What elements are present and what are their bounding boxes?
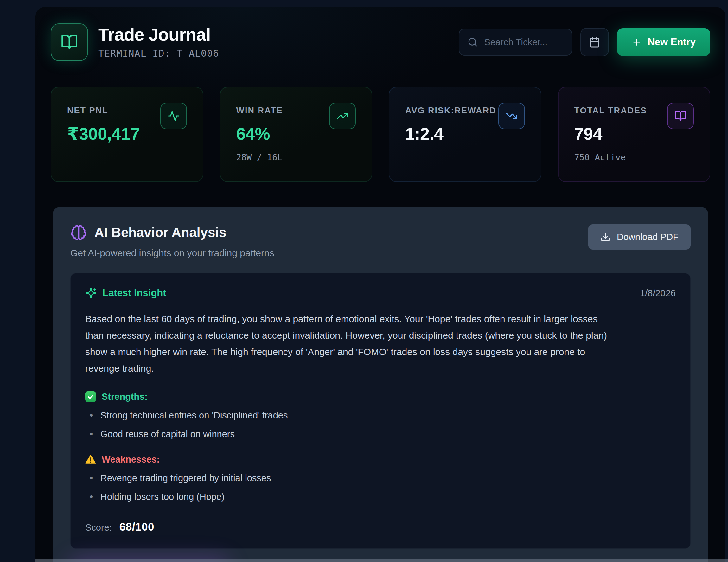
stat-icon-chip [667,103,694,129]
check-icon [85,391,96,402]
trending-up-icon [336,110,348,122]
download-icon [600,232,610,242]
list-item-text: Holding losers too long (Hope) [100,492,225,502]
stat-card-win-rate: WIN RATE 64% 28W / 16L [220,87,373,182]
stat-subtext: 28W / 16L [236,152,356,162]
search-input[interactable] [483,37,563,48]
ai-behavior-panel: AI Behavior Analysis Get AI-powered insi… [53,207,708,562]
ai-panel-title-row: AI Behavior Analysis [70,224,274,241]
terminal-id: TERMINAL_ID: T-AL006 [98,48,219,59]
insight-body-line: than necessary, indicating a reluctance … [85,327,676,344]
weaknesses-heading-row: Weaknesses: [85,454,676,465]
search-icon [468,37,478,47]
brand-text: Trade Journal TERMINAL_ID: T-AL006 [98,26,219,59]
list-item-text: Revenge trading triggered by initial los… [100,473,271,483]
score-row: Score: 68/100 [85,520,676,533]
weaknesses-heading: Weaknesses: [102,454,160,465]
insight-date: 1/8/2026 [640,288,676,298]
warning-icon [85,454,96,465]
book-open-icon [674,110,686,122]
insight-heading: Latest Insight [102,287,166,299]
trade-journal-app: Trade Journal TERMINAL_ID: T-AL006 [35,7,725,562]
download-pdf-label: Download PDF [617,232,679,242]
page-title: Trade Journal [98,26,219,43]
stats-row: NET PNL ₹300,417 WIN RATE 64% 28W / 16L [51,87,710,182]
sparkles-icon [85,287,97,299]
ai-panel-titles: AI Behavior Analysis Get AI-powered insi… [70,224,274,259]
insight-body-line: Based on the last 60 days of trading, yo… [85,311,676,327]
top-bar: Trade Journal TERMINAL_ID: T-AL006 [51,23,710,61]
new-entry-button[interactable]: New Entry [617,28,710,56]
stat-card-total-trades: TOTAL TRADES 794 750 Active [558,87,711,182]
list-item: Revenge trading triggered by initial los… [85,473,676,483]
list-item: Holding losers too long (Hope) [85,492,676,502]
list-item-text: Strong technical entries on 'Disciplined… [100,410,288,420]
brain-icon [70,224,87,241]
insight-header: Latest Insight 1/8/2026 [85,287,676,299]
calendar-icon [589,36,600,48]
plus-icon [632,37,642,47]
list-item-text: Good reuse of capital on winners [100,429,235,439]
stat-card-net-pnl: NET PNL ₹300,417 [51,87,203,182]
download-pdf-button[interactable]: Download PDF [588,224,691,250]
activity-icon [168,110,180,122]
strengths-list: Strong technical entries on 'Disciplined… [85,410,676,439]
insight-title-row: Latest Insight [85,287,166,299]
top-actions: New Entry [459,28,710,56]
horizontal-scrollbar[interactable] [35,559,728,562]
insight-body-line: revenge trading. [85,360,676,377]
stat-icon-chip [329,103,356,129]
book-open-icon [61,34,78,51]
insight-body-line: show a much higher win rate. The high fr… [85,344,676,360]
stat-icon-chip [160,103,187,129]
weaknesses-list: Revenge trading triggered by initial los… [85,473,676,502]
strengths-heading: Strengths: [102,392,148,402]
insight-body: Based on the last 60 days of trading, yo… [85,311,676,377]
stat-subtext: 750 Active [574,152,694,162]
score-value: 68/100 [119,520,154,533]
new-entry-label: New Entry [648,36,696,48]
calendar-button[interactable] [580,28,609,56]
stat-card-avg-risk-reward: AVG RISK:REWARD 1:2.4 [389,87,541,182]
trending-down-icon [506,110,518,122]
app-logo [51,23,88,61]
page-background: Trade Journal TERMINAL_ID: T-AL006 [0,0,728,562]
ticker-search-box[interactable] [459,29,572,56]
score-label: Score: [85,522,112,533]
stat-icon-chip [498,103,525,129]
list-item: Strong technical entries on 'Disciplined… [85,410,676,421]
list-item: Good reuse of capital on winners [85,429,676,439]
brand: Trade Journal TERMINAL_ID: T-AL006 [51,23,219,61]
strengths-heading-row: Strengths: [85,391,676,402]
ai-panel-title: AI Behavior Analysis [94,225,226,240]
ai-panel-header: AI Behavior Analysis Get AI-powered insi… [70,224,691,259]
ai-panel-subtitle: Get AI-powered insights on your trading … [70,248,274,259]
latest-insight-card: Latest Insight 1/8/2026 Based on the las… [70,273,691,549]
